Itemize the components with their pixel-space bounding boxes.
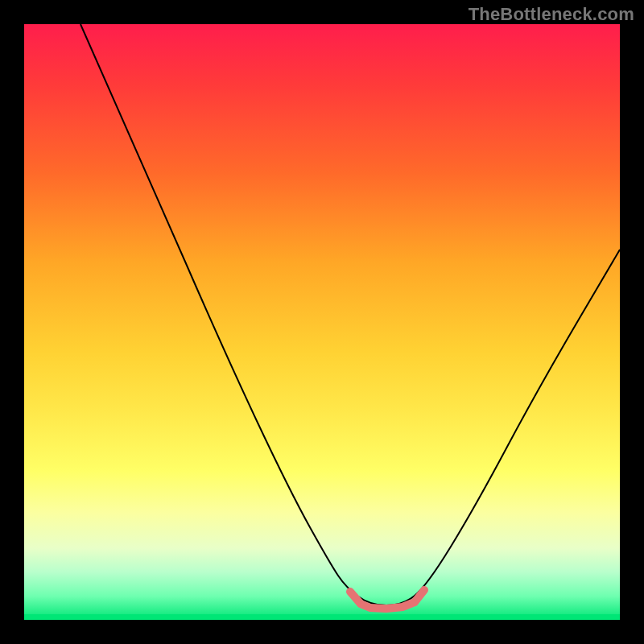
- flat-bottom-overlay: [350, 590, 424, 609]
- main-curve: [80, 24, 620, 605]
- watermark-label: TheBottleneck.com: [469, 4, 634, 25]
- curve-layer: [24, 24, 620, 620]
- plot-area: [24, 24, 620, 620]
- chart-frame: TheBottleneck.com: [0, 0, 644, 644]
